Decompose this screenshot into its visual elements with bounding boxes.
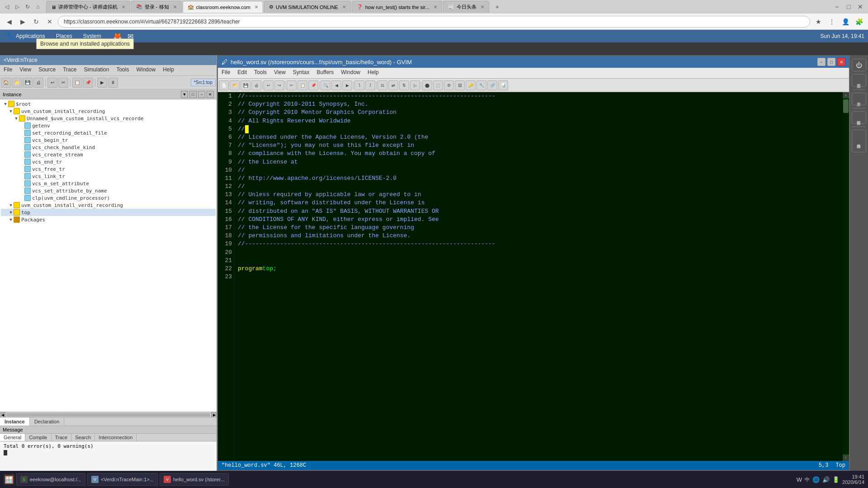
tree-top[interactable]: ▼ top [1, 209, 216, 216]
close-browser-btn[interactable]: ✕ [855, 1, 866, 12]
gvim-tb-diff3[interactable]: ⇅ [399, 80, 409, 90]
verdi-trace-menu[interactable]: Trace [59, 65, 80, 75]
taskbar-gvim[interactable]: V hello_word.sv (/storer... [160, 473, 229, 486]
gvim-tb-save2[interactable]: ⤴ [365, 80, 375, 90]
v-scroll-thumb[interactable] [843, 99, 849, 113]
tree-vcs-link[interactable]: vcs_link_tr [1, 173, 216, 180]
prev-window-btn[interactable]: ◁ [2, 2, 11, 11]
gvim-syntax-menu[interactable]: Syntax [289, 68, 313, 78]
bookmark-btn[interactable]: ★ [813, 16, 824, 27]
gvim-help-menu[interactable]: Help [364, 68, 382, 78]
minimize-browser-btn[interactable]: − [831, 1, 842, 12]
instance-expand-btn[interactable]: □ [189, 91, 197, 98]
tree-top-expand[interactable]: ▼ [8, 210, 14, 215]
new-tab-btn[interactable]: + [492, 1, 503, 12]
gvim-buffers-menu[interactable]: Buffers [313, 68, 338, 78]
gvim-tb-load[interactable]: ⤵ [354, 80, 364, 90]
next-window-btn[interactable]: ▷ [13, 2, 22, 11]
tree-set-recording[interactable]: set_recording_detail_file [1, 129, 216, 136]
msg-tab-compile[interactable]: Compile [25, 434, 51, 441]
gvim-tb-print[interactable]: 🖨 [251, 80, 261, 90]
verdi-simulation-menu[interactable]: Simulation [80, 65, 113, 75]
tree-uvm-verdi[interactable]: ▼ uvm_custom_install_verdi_recording [1, 202, 216, 209]
msg-tab-interconnection[interactable]: Interconnection [95, 434, 137, 441]
ime-btn[interactable]: 中 [805, 476, 810, 483]
tab-declaration[interactable]: Declaration [30, 418, 65, 426]
verdi-source-menu[interactable]: Source [35, 65, 59, 75]
tab-instance[interactable]: Instance [0, 418, 30, 426]
gvim-tb-redo[interactable]: ↪ [274, 80, 284, 90]
tb-cut[interactable]: ✂ [58, 78, 68, 88]
gvim-tb-macro3[interactable]: ⚙ [444, 80, 454, 90]
tray-datetime[interactable]: 19:41 2020/6/14 [842, 474, 864, 485]
verdi-help-menu[interactable]: Help [159, 65, 178, 75]
gvim-file-menu[interactable]: File [218, 68, 234, 78]
reload-btn[interactable]: ↻ [31, 16, 42, 27]
h-scroll-thumb[interactable] [6, 413, 210, 417]
tree-packages-expand[interactable]: ▼ [8, 217, 14, 222]
tree-uvm-custom[interactable]: ▼ uvm_custom_install_recording [1, 108, 216, 115]
msg-tab-general[interactable]: General [0, 434, 25, 441]
tree-clp[interactable]: clp(uvm_cmdline_processor) [1, 194, 216, 202]
taskbar-terminal[interactable]: $ eeeknow@localhost:/... [16, 473, 85, 486]
tb-paste[interactable]: 📌 [83, 78, 93, 88]
tab-1-close[interactable]: ✕ [122, 5, 125, 9]
tab-2[interactable]: 📚 登录 - 移知 ✕ [131, 1, 182, 13]
gvim-tb-paste[interactable]: 📌 [308, 80, 318, 90]
gvim-tb-macro7[interactable]: 🔗 [487, 80, 497, 90]
src-tab[interactable]: *Src1:top [191, 79, 216, 86]
tab-6[interactable]: 📰 今日头条 ✕ [443, 1, 489, 13]
gvim-tb-new[interactable]: 📄 [219, 80, 229, 90]
gvim-minimize-btn[interactable]: − [817, 58, 826, 66]
tree-uvm-expand[interactable]: ▼ [8, 108, 14, 114]
tab-3-close[interactable]: ✕ [255, 5, 258, 9]
gvim-tb-run[interactable]: ▷ [410, 80, 420, 90]
restart-btn[interactable]: 重启 [852, 74, 866, 87]
scroll-right-btn[interactable]: ▶ [211, 412, 217, 418]
tab-4-close[interactable]: ✕ [342, 5, 346, 9]
tree-vcs-check[interactable]: vcs_check_handle_kind [1, 144, 216, 151]
gvim-tb-cut[interactable]: ✂ [287, 80, 297, 90]
back-btn[interactable]: ◀ [4, 16, 14, 27]
network-icon[interactable]: 🌐 [812, 476, 820, 483]
extensions-btn[interactable]: 🧩 [854, 16, 864, 27]
gvim-editor-area[interactable]: 1234 5678 9101112 13141516 17181920 2122… [218, 92, 849, 461]
home-btn[interactable]: ⌂ [33, 2, 42, 11]
tb-zoom-in[interactable]: ▶ [97, 78, 107, 88]
tb-print[interactable]: 🖨 [33, 78, 43, 88]
gvim-tb-find[interactable]: 🔍 [321, 80, 330, 90]
tree-vcs-end[interactable]: vcs_end_tr [1, 158, 216, 165]
gvim-tools-menu[interactable]: Tools [250, 68, 270, 78]
tree-unnamed-expand[interactable]: ▼ [14, 116, 19, 121]
code-area[interactable]: //--------------------------------------… [234, 92, 843, 461]
maximize-browser-btn[interactable]: □ [843, 1, 854, 12]
tb-new[interactable]: 🏠 [1, 78, 11, 88]
gvim-tb-diff2[interactable]: ⇄ [388, 80, 398, 90]
gvim-close-btn[interactable]: ✕ [837, 58, 845, 66]
settings-btn[interactable]: ⋮ [826, 16, 837, 27]
gvim-window-menu[interactable]: Window [337, 68, 364, 78]
tree-packages[interactable]: ▼ Packages [1, 216, 216, 223]
v-scrollbar[interactable]: ▲ ▼ [843, 92, 849, 461]
tab-3[interactable]: 🏫 classroom.eeeknow.com ✕ [183, 1, 263, 13]
verdi-view-menu[interactable]: View [16, 65, 35, 75]
verdi-file-menu[interactable]: File [0, 65, 16, 75]
gvim-tb-macro5[interactable]: 🔑 [466, 80, 476, 90]
verdi-tools-menu[interactable]: Tools [113, 65, 132, 75]
taskbar-verdi[interactable]: V <Verdi:nTraceMain:1>... [87, 473, 158, 486]
gvim-tb-macro1[interactable]: ⬤ [422, 80, 432, 90]
tree-getenv[interactable]: getenv [1, 122, 216, 129]
tb-copy[interactable]: 📋 [72, 78, 82, 88]
gvim-maximize-btn[interactable]: □ [827, 58, 835, 66]
stop-btn[interactable]: ✕ [44, 16, 55, 27]
tb-open[interactable]: 📁 [12, 78, 22, 88]
clipboard-btn[interactable]: 剪切板 [852, 111, 866, 124]
tree-vcs-m-set[interactable]: vcs_m_set_attribute [1, 180, 216, 187]
gvim-edit-menu[interactable]: Edit [234, 68, 250, 78]
tb-save[interactable]: 💾 [23, 78, 33, 88]
gvim-tb-macro2[interactable]: ⬚ [433, 80, 443, 90]
tree-uvm-verdi-expand[interactable]: ▼ [8, 202, 14, 208]
tree-vcs-create[interactable]: vcs_create_stream [1, 151, 216, 158]
power-btn[interactable]: ⏻ [852, 59, 866, 71]
instance-dropdown-btn[interactable]: ▼ [181, 91, 188, 98]
